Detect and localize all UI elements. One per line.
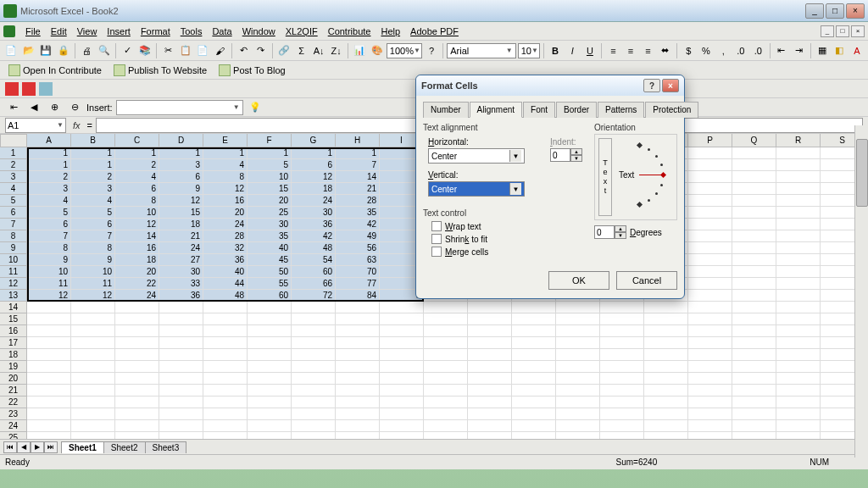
cell[interactable] [688, 195, 732, 207]
cell[interactable] [71, 325, 115, 337]
menu-insert[interactable]: Insert [102, 25, 136, 38]
cell[interactable] [71, 396, 115, 408]
save-button[interactable]: 💾 [38, 42, 54, 59]
mdi-close[interactable]: × [851, 25, 865, 37]
cell[interactable]: 40 [248, 242, 292, 254]
format-painter-button[interactable]: 🖌 [212, 42, 228, 59]
cell[interactable] [776, 219, 821, 230]
cell[interactable]: 2 [115, 159, 159, 171]
name-box[interactable]: A1▼ [5, 118, 66, 133]
cell[interactable]: 12 [159, 195, 203, 207]
col-header-B[interactable]: B [71, 134, 115, 147]
cell[interactable] [159, 373, 203, 385]
col-header-G[interactable]: G [292, 134, 336, 147]
cell[interactable]: 10 [248, 171, 292, 183]
cell[interactable] [336, 349, 380, 361]
menu-format[interactable]: Format [136, 25, 175, 38]
cell[interactable]: 24 [159, 242, 203, 254]
cell[interactable]: 18 [115, 254, 159, 266]
row-header-23[interactable]: 23 [0, 408, 27, 420]
cell[interactable] [688, 302, 732, 313]
vertical-scrollbar[interactable] [854, 125, 868, 458]
cell[interactable] [159, 337, 203, 349]
cell[interactable]: 44 [203, 278, 248, 290]
cell[interactable] [732, 385, 776, 396]
increase-indent-button[interactable]: ⇥ [791, 42, 807, 59]
cell[interactable] [732, 325, 776, 337]
cell[interactable] [732, 219, 776, 230]
cell[interactable] [556, 385, 600, 396]
cell[interactable]: 24 [115, 290, 159, 302]
degrees-spinner[interactable]: ▲▼ [594, 225, 626, 239]
col-header-A[interactable]: A [27, 134, 71, 147]
cell[interactable] [380, 337, 424, 349]
cell[interactable]: 6 [115, 183, 159, 195]
row-header-17[interactable]: 17 [0, 337, 27, 349]
cell[interactable]: 4 [115, 171, 159, 183]
cell[interactable] [424, 361, 468, 373]
cell[interactable] [336, 337, 380, 349]
cell[interactable]: 1 [71, 159, 115, 171]
pdf-create-icon[interactable] [5, 82, 19, 96]
cell[interactable] [468, 337, 512, 349]
cell[interactable]: 48 [292, 242, 336, 254]
cell[interactable] [512, 361, 556, 373]
sort-desc-button[interactable]: Z↓ [328, 42, 344, 59]
cell[interactable] [732, 420, 776, 432]
cell[interactable] [248, 361, 292, 373]
cell[interactable]: 20 [248, 195, 292, 207]
cell[interactable] [203, 349, 248, 361]
dialog-titlebar[interactable]: Format Cells ? × [416, 75, 684, 96]
borders-button[interactable]: ▦ [815, 42, 831, 59]
cell[interactable] [159, 325, 203, 337]
cell[interactable] [27, 361, 71, 373]
cell[interactable]: 7 [71, 230, 115, 242]
cell[interactable] [688, 219, 732, 230]
cell[interactable] [27, 385, 71, 396]
cell[interactable] [468, 385, 512, 396]
cell[interactable] [732, 302, 776, 313]
cell[interactable] [688, 266, 732, 278]
cell[interactable] [27, 325, 71, 337]
cell[interactable] [380, 408, 424, 420]
cell[interactable] [776, 349, 821, 361]
cell[interactable]: 7 [336, 159, 380, 171]
cell[interactable] [71, 373, 115, 385]
shrink-to-fit-checkbox[interactable]: Shrink to fit [431, 234, 587, 244]
cell[interactable] [776, 325, 821, 337]
cell[interactable] [292, 302, 336, 313]
cell[interactable]: 3 [71, 183, 115, 195]
cell[interactable]: 4 [71, 195, 115, 207]
permission-button[interactable]: 🔒 [56, 42, 72, 59]
cell[interactable]: 8 [27, 242, 71, 254]
cell[interactable] [115, 373, 159, 385]
cell[interactable] [468, 396, 512, 408]
cell[interactable] [600, 302, 644, 313]
cell[interactable]: 63 [336, 254, 380, 266]
cell[interactable] [776, 242, 821, 254]
row-header-12[interactable]: 12 [0, 278, 27, 290]
cell[interactable] [424, 396, 468, 408]
cell[interactable]: 3 [27, 183, 71, 195]
cell[interactable]: 28 [336, 195, 380, 207]
tab-nav-next[interactable]: ▶ [31, 441, 44, 453]
cell[interactable]: 28 [203, 230, 248, 242]
zoom-box[interactable]: 100%▼ [387, 43, 422, 58]
cell[interactable] [115, 313, 159, 325]
open-in-contribute-button[interactable]: Open In Contribute [5, 64, 105, 77]
degrees-down[interactable]: ▼ [615, 232, 626, 239]
cell[interactable] [336, 385, 380, 396]
horizontal-combo[interactable]: Center▼ [428, 148, 525, 164]
cell[interactable] [688, 278, 732, 290]
cell[interactable] [27, 408, 71, 420]
row-header-8[interactable]: 8 [0, 230, 27, 242]
cell[interactable]: 10 [71, 266, 115, 278]
cell[interactable] [688, 325, 732, 337]
cell[interactable] [732, 171, 776, 183]
cell[interactable]: 30 [248, 219, 292, 230]
cell[interactable] [71, 361, 115, 373]
cell[interactable] [512, 313, 556, 325]
cell[interactable] [71, 349, 115, 361]
cell[interactable]: 1 [115, 147, 159, 159]
cell[interactable] [732, 183, 776, 195]
